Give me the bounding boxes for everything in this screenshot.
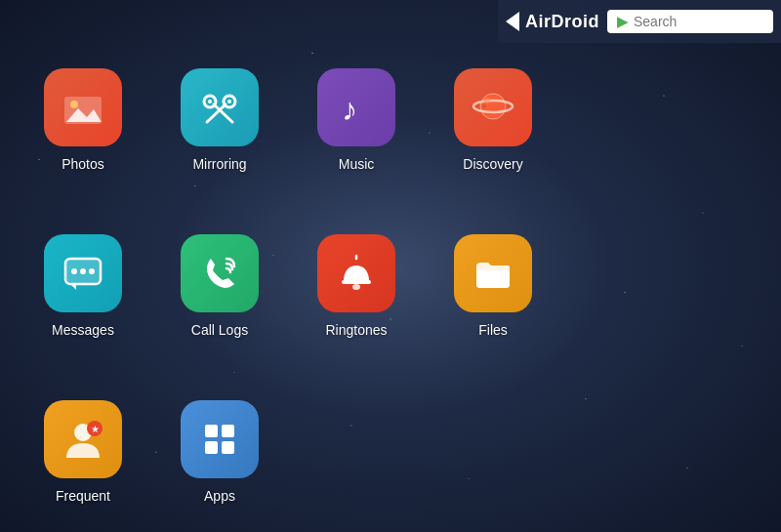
- music-label: Music: [339, 156, 375, 172]
- app-item-apps[interactable]: Apps: [156, 390, 283, 532]
- svg-rect-19: [342, 280, 371, 284]
- messages-label: Messages: [52, 322, 114, 338]
- app-item-ringtones[interactable]: Ringtones: [293, 225, 420, 381]
- airdroid-logo: AirDroid: [506, 12, 599, 32]
- photos-icon: [44, 68, 122, 146]
- mirroring-label: Mirroring: [192, 156, 246, 172]
- discovery-icon: [454, 68, 532, 146]
- svg-text:♪: ♪: [342, 92, 357, 127]
- photos-label: Photos: [62, 156, 104, 172]
- app-item-files[interactable]: Files: [430, 225, 556, 381]
- topbar: AirDroid ▶: [498, 0, 781, 43]
- svg-rect-24: [205, 425, 218, 437]
- svg-point-17: [89, 268, 95, 274]
- app-item-mirroring[interactable]: Mirroring: [156, 59, 283, 215]
- ringtones-label: Ringtones: [325, 322, 387, 338]
- svg-point-8: [227, 100, 231, 103]
- calllogs-icon: [181, 234, 259, 312]
- svg-rect-26: [205, 441, 218, 454]
- svg-point-16: [80, 268, 86, 274]
- svg-text:★: ★: [91, 424, 100, 434]
- search-bar[interactable]: ▶: [607, 10, 773, 33]
- svg-point-7: [208, 100, 212, 103]
- app-item-photos[interactable]: Photos: [20, 59, 146, 215]
- messages-icon: [44, 234, 122, 312]
- music-icon: ♪: [317, 68, 395, 146]
- svg-point-1: [70, 101, 78, 108]
- svg-point-20: [352, 284, 360, 290]
- logo-arrow-icon: [506, 12, 519, 31]
- files-label: Files: [478, 322, 508, 338]
- svg-rect-27: [222, 441, 234, 454]
- logo-text: AirDroid: [525, 12, 599, 32]
- app-grid: Photos Mirroring ♪ Music: [20, 59, 556, 532]
- svg-point-15: [71, 268, 77, 274]
- app-item-discovery[interactable]: Discovery: [430, 59, 556, 215]
- discovery-label: Discovery: [463, 156, 522, 172]
- svg-rect-25: [222, 425, 234, 437]
- svg-point-12: [484, 98, 490, 103]
- apps-icon: [181, 400, 259, 478]
- calllogs-label: Call Logs: [191, 322, 248, 338]
- app-item-messages[interactable]: Messages: [20, 225, 146, 381]
- app-item-frequent[interactable]: ★ Frequent: [20, 390, 146, 532]
- mirroring-icon: [181, 68, 259, 146]
- play-store-icon: ▶: [617, 14, 628, 29]
- frequent-label: Frequent: [56, 488, 110, 504]
- frequent-icon: ★: [44, 400, 122, 478]
- svg-marker-18: [70, 284, 76, 290]
- files-icon: [454, 234, 532, 312]
- app-item-music[interactable]: ♪ Music: [293, 59, 420, 215]
- ringtones-icon: [317, 234, 395, 312]
- app-item-calllogs[interactable]: Call Logs: [156, 225, 283, 381]
- apps-label: Apps: [204, 488, 235, 504]
- search-input[interactable]: [634, 14, 751, 29]
- svg-point-13: [482, 104, 486, 108]
